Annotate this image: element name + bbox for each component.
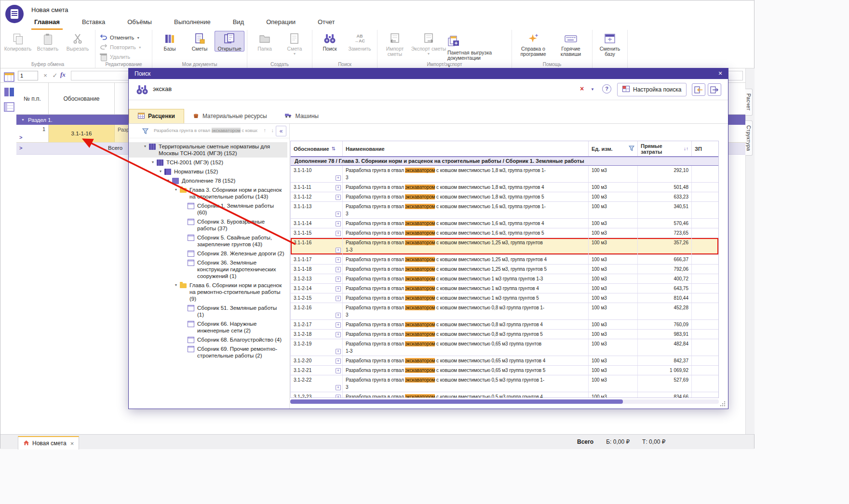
tree-item[interactable]: Сборник 66. Наружные инженерные сети (2) xyxy=(129,319,287,335)
result-row[interactable]: 3.1-1-15+Разработка грунта в отвал экска… xyxy=(291,228,718,238)
column-header-name[interactable]: Наименование xyxy=(343,141,589,156)
prev-match-icon[interactable]: ↑ xyxy=(264,127,267,133)
expand-plus-icon[interactable]: + xyxy=(336,358,341,364)
result-row[interactable]: 3.1-2-21+Разработка грунта в отвал экска… xyxy=(291,366,718,375)
next-match-icon[interactable]: ↓ xyxy=(271,127,274,133)
chevron-down-icon[interactable]: ▼ xyxy=(172,282,180,287)
hotkeys-button[interactable]: Горячие клавиши xyxy=(552,31,590,57)
expand-plus-icon[interactable]: + xyxy=(336,332,341,337)
expand-plus-icon[interactable]: + xyxy=(336,322,341,328)
dock-table-view-icon[interactable] xyxy=(3,101,15,113)
insert-into-estimate-button[interactable] xyxy=(692,83,705,96)
about-button[interactable]: Справка о программе xyxy=(514,31,552,57)
result-row[interactable]: 3.1-1-11+Разработка грунта в отвал экска… xyxy=(291,183,718,192)
tree-item[interactable]: Сборник 36. Земляные конструкции гидроте… xyxy=(129,258,287,280)
results-horizontal-scrollbar[interactable] xyxy=(290,399,719,404)
expand-plus-icon[interactable]: + xyxy=(336,231,341,236)
result-row[interactable]: 3.1-2-18+Разработка грунта в отвал экска… xyxy=(291,330,718,339)
expand-plus-icon[interactable]: + xyxy=(336,257,341,263)
app-logo-icon[interactable] xyxy=(5,5,24,23)
tree-item[interactable]: ▼Территориальные сметные нормативы для М… xyxy=(129,142,287,158)
tree-item[interactable]: Сборник 68. Благоустройство (4) xyxy=(129,335,287,344)
close-icon[interactable]: × xyxy=(715,68,725,79)
function-icon[interactable]: fx xyxy=(60,71,66,79)
export-estimate-button[interactable]: Экспорт сметы ▼ xyxy=(410,31,447,55)
result-row[interactable]: 3.1-2-16+Разработка грунта в отвал экска… xyxy=(291,303,718,320)
dialog-titlebar[interactable]: Поиск xyxy=(129,68,728,79)
goto-source-button[interactable] xyxy=(708,83,721,96)
tab-raschet[interactable]: Расчет xyxy=(745,89,753,116)
chevron-down-icon[interactable]: ▼ xyxy=(21,118,25,121)
result-row[interactable]: 3.1-1-13+Разработка грунта в отвал экска… xyxy=(291,202,718,219)
replace-button[interactable]: АВ→АС Заменить xyxy=(345,31,375,52)
chevron-down-icon[interactable]: ▼ xyxy=(141,143,149,148)
chevron-right-icon[interactable]: > xyxy=(19,145,22,151)
expand-plus-icon[interactable]: + xyxy=(336,385,341,390)
tree-item[interactable]: ▼Нормативы (152) xyxy=(129,167,287,176)
bases-button[interactable]: Базы xyxy=(155,31,185,52)
column-header-basis[interactable]: Обоснование xyxy=(49,83,115,114)
column-header-unit[interactable]: Ед. изм. xyxy=(589,141,638,156)
expand-plus-icon[interactable]: + xyxy=(336,212,341,217)
result-row[interactable]: 3.1-2-14+Разработка грунта в отвал экска… xyxy=(291,284,718,293)
tree-item[interactable]: Сборник 5. Свайные работы, закрепление г… xyxy=(129,233,287,249)
sort-icon[interactable]: ↓↑ xyxy=(684,146,688,151)
chevron-right-icon[interactable]: > xyxy=(19,134,22,140)
tree-item[interactable]: Сборник 28. Железные дороги (2) xyxy=(129,249,287,258)
tree-item[interactable]: Сборник 1. Земляные работы (60) xyxy=(129,201,287,217)
search-history-caret-icon[interactable]: ▼ xyxy=(591,87,594,92)
dropdown-caret-icon[interactable]: ▼ xyxy=(136,36,140,40)
result-row[interactable]: 3.1-1-10+Разработка грунта в отвал экска… xyxy=(291,166,718,183)
result-row[interactable]: 3.1-2-22+Разработка грунта в отвал экска… xyxy=(291,375,718,392)
search-button[interactable]: Поиск xyxy=(315,31,345,52)
ribbon-tab-obyomy[interactable]: Объёмы xyxy=(124,16,155,30)
open-documents-button[interactable]: Открытые xyxy=(215,31,244,52)
expand-plus-icon[interactable]: + xyxy=(336,185,341,190)
ribbon-tab-vstavka[interactable]: Вставка xyxy=(79,16,108,30)
ribbon-tab-vid[interactable]: Вид xyxy=(230,16,247,30)
expand-plus-icon[interactable]: + xyxy=(336,267,341,272)
tab-struktura[interactable]: Структура xyxy=(745,120,753,156)
chevron-down-icon[interactable]: ▼ xyxy=(149,159,157,164)
dock-estimate-view-icon[interactable] xyxy=(3,71,15,83)
ribbon-tab-otchet[interactable]: Отчет xyxy=(315,16,338,30)
ribbon-tab-glavnaya[interactable]: Главная xyxy=(31,16,63,30)
sort-icon[interactable]: ⇅ xyxy=(332,146,336,151)
expand-plus-icon[interactable]: + xyxy=(336,313,341,318)
result-row[interactable]: 3.1-2-13+Разработка грунта в отвал экска… xyxy=(291,274,718,284)
tree-item[interactable]: ▼Дополнение 78 (152) xyxy=(129,176,287,185)
column-header-code[interactable]: Обоснование ⇅ xyxy=(291,141,343,156)
expand-plus-icon[interactable]: + xyxy=(336,349,341,354)
result-row[interactable]: 3.1-1-12+Разработка грунта в отвал экска… xyxy=(291,192,718,202)
column-header-cost[interactable]: Прямые затраты ↓↑ xyxy=(638,141,692,156)
redo-button[interactable]: Повторить ▼ xyxy=(98,43,144,51)
clear-search-icon[interactable]: × xyxy=(580,85,584,93)
search-settings-button[interactable]: Настройка поиска xyxy=(617,83,687,96)
tree-item[interactable]: Сборник 3. Буровзрывные работы (37) xyxy=(129,217,287,233)
new-estimate-button[interactable]: Смета ▼ xyxy=(280,31,310,55)
result-row[interactable]: 3.1-1-17+Разработка грунта в отвал экска… xyxy=(291,255,718,265)
result-row[interactable]: 3.1-2-20+Разработка грунта в отвал экска… xyxy=(291,356,718,366)
change-base-button[interactable]: Сменить базу xyxy=(595,31,625,57)
tab-mashiny[interactable]: Машины xyxy=(276,109,327,123)
dock-split-view-icon[interactable] xyxy=(3,86,15,98)
undo-button[interactable]: Отменить ▼ xyxy=(98,33,142,41)
collapse-panel-button[interactable]: « xyxy=(276,126,286,136)
expand-plus-icon[interactable]: + xyxy=(336,221,341,226)
confirm-icon[interactable]: ✓ xyxy=(51,71,59,80)
expand-plus-icon[interactable]: + xyxy=(336,368,341,373)
expand-plus-icon[interactable]: + xyxy=(336,296,341,301)
expand-plus-icon[interactable]: + xyxy=(336,395,341,398)
result-row[interactable]: 3.1-1-16+Разработка грунта в отвал экска… xyxy=(291,238,718,255)
tree-item[interactable]: ▼Глава 3. Сборники норм и расценок на ст… xyxy=(129,186,287,201)
delete-button[interactable]: Удалить xyxy=(98,53,132,61)
tree-item[interactable]: ▼Глава 6. Сборники норм и расценок на ре… xyxy=(129,281,287,303)
paste-button[interactable]: Вставить xyxy=(33,31,63,52)
result-row[interactable]: 3.1-2-19+Разработка грунта в отвал экска… xyxy=(291,339,718,356)
row-basis-cell[interactable]: 3.1-1-16 xyxy=(49,125,115,142)
tree-item[interactable]: Сборник 69. Прочие ремонтно-строительные… xyxy=(129,345,287,360)
column-header-num[interactable]: № п.п. xyxy=(16,83,49,114)
result-row[interactable]: 3.1-2-17+Разработка грунта в отвал экска… xyxy=(291,320,718,330)
close-tab-icon[interactable]: × xyxy=(70,440,74,447)
chevron-down-icon[interactable]: ▼ xyxy=(157,168,164,173)
